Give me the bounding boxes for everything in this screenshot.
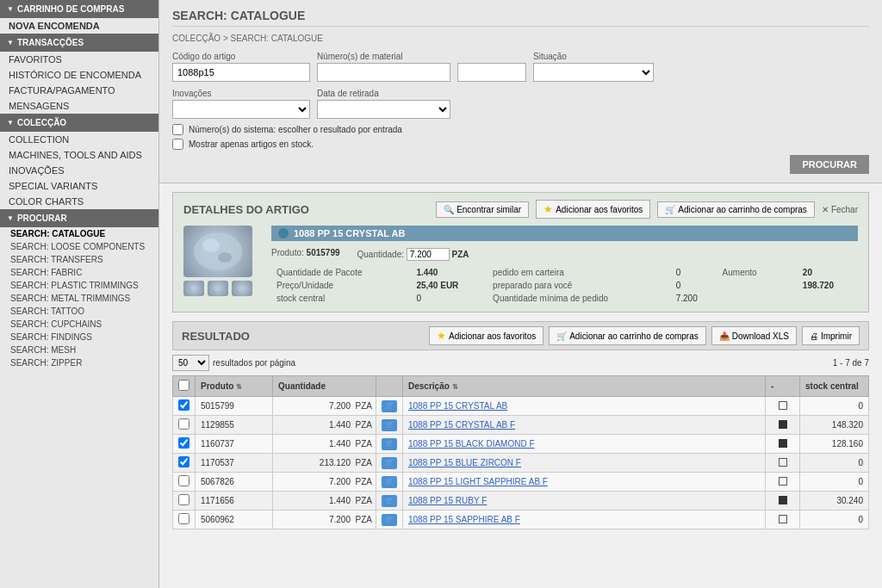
inovacoes-label: Inovações: [172, 89, 310, 98]
print-button[interactable]: 🖨 Imprimir: [802, 326, 860, 345]
row-desc: 1088 PP 15 CRYSTAL AB: [403, 397, 766, 416]
checkbox2-label: Mostrar apenas artigos en stock.: [189, 139, 314, 149]
row-square-cell: [766, 397, 800, 416]
sidebar-item-favoritos[interactable]: FAVORITOS: [0, 52, 158, 67]
qtd-minima-value: 7.200: [671, 292, 717, 305]
add-to-cart-icon[interactable]: 🛒: [382, 514, 397, 526]
preco-value: 25,40 EUR: [411, 279, 488, 292]
desc-link[interactable]: 1088 PP 15 CRYSTAL AB: [408, 401, 507, 411]
row-checkbox[interactable]: [178, 513, 189, 524]
numero-label: Número(s) de material: [317, 52, 450, 61]
svg-point-2: [218, 252, 232, 263]
inovacoes-select[interactable]: [172, 100, 310, 119]
sidebar-item-factura[interactable]: FACTURA/PAGAMENTO: [0, 83, 158, 98]
sidebar-item-inovacoes[interactable]: INOVAÇÕES: [0, 163, 158, 178]
row-desc: 1088 PP 15 SAPPHIRE AB F: [403, 511, 766, 529]
col-header-product[interactable]: Produto ⇅: [196, 376, 273, 397]
field3-input[interactable]: [457, 63, 526, 82]
table-row: 5067826 7.200 PZA 🛒 1088 PP 15 LIGHT SAP…: [173, 473, 869, 492]
data-select[interactable]: [317, 100, 450, 119]
sidebar-item-search-mesh[interactable]: SEARCH: MESH: [0, 344, 158, 356]
codigo-input[interactable]: [172, 63, 310, 82]
sidebar-item-search-tattoo[interactable]: SEARCH: TATTOO: [0, 305, 158, 318]
add-to-cart-icon[interactable]: 🛒: [382, 419, 397, 431]
row-stock: 0: [800, 397, 869, 416]
per-page-select[interactable]: 50 25 100: [172, 355, 209, 371]
desc-link[interactable]: 1088 PP 15 BLUE ZIRCON F: [408, 458, 521, 467]
find-similar-button[interactable]: 🔍 Encontrar similar: [436, 201, 529, 218]
checkbox1-label: Número(s) do sistema: escolher o resulta…: [189, 125, 402, 134]
row-checkbox[interactable]: [178, 456, 189, 467]
quantity-input[interactable]: [407, 248, 450, 261]
sidebar-item-search-catalogue[interactable]: SEARCH: CATALOGUE: [0, 227, 158, 240]
col-header-desc[interactable]: Descrição ⇅: [403, 376, 766, 397]
situacao-select[interactable]: [533, 63, 654, 82]
row-square-cell: [766, 511, 800, 529]
article-image: [183, 226, 261, 305]
close-detail-button[interactable]: ✕ Fechar: [822, 205, 858, 214]
add-cart-button[interactable]: 🛒 Adicionar ao carrinho de compras: [657, 201, 815, 218]
add-to-cart-icon[interactable]: 🛒: [382, 438, 397, 450]
add-to-cart-icon[interactable]: 🛒: [382, 457, 397, 469]
sort-icon-desc: ⇅: [452, 383, 458, 391]
sidebar-item-special[interactable]: SPECIAL VARIANTS: [0, 178, 158, 194]
sidebar-item-nova-encomenda[interactable]: NOVA ENCOMENDA: [0, 18, 158, 34]
row-cart-cell: 🛒: [376, 511, 403, 529]
sidebar-item-color-charts[interactable]: COLOR CHARTS: [0, 194, 158, 209]
row-cart-cell: 🛒: [376, 435, 403, 454]
add-favorites-button[interactable]: ★ Adicionar aos favoritos: [536, 200, 650, 219]
row-checkbox[interactable]: [178, 494, 189, 505]
row-qty: 7.200 PZA: [273, 473, 376, 492]
sidebar-section-cart[interactable]: CARRINHO DE COMPRAS: [0, 0, 158, 18]
desc-link[interactable]: 1088 PP 15 CRYSTAL AB F: [408, 420, 515, 430]
sidebar-item-search-cupchains[interactable]: SEARCH: CUPCHAINS: [0, 318, 158, 331]
table-row: 5015799 7.200 PZA 🛒 1088 PP 15 CRYSTAL A…: [173, 397, 869, 416]
row-checkbox[interactable]: [178, 475, 189, 486]
row-checkbox[interactable]: [178, 437, 189, 449]
checkbox1[interactable]: [172, 124, 183, 135]
col-header-check: [173, 376, 196, 397]
col-header-qty[interactable]: Quantidade: [273, 376, 376, 397]
sidebar-item-search-plastic[interactable]: SEARCH: PLASTIC TRIMMINGS: [0, 279, 158, 292]
row-square-cell: [766, 473, 800, 492]
per-page-label: resultados por página: [213, 358, 295, 368]
download-xls-button[interactable]: 📥 Download XLS: [711, 326, 797, 345]
row-checkbox[interactable]: [178, 418, 189, 430]
search-button[interactable]: PROCURAR: [790, 155, 869, 174]
add-to-cart-icon[interactable]: 🛒: [382, 400, 397, 412]
sidebar-item-search-metal[interactable]: SEARCH: METAL TRIMMINGS: [0, 292, 158, 305]
numero-input[interactable]: [317, 63, 450, 82]
filled-square-icon: [779, 439, 787, 448]
sidebar-section-coleccao[interactable]: COLECÇÃO: [0, 114, 158, 132]
row-cart-cell: 🛒: [376, 397, 403, 416]
pedido-value: 0: [671, 266, 717, 279]
sidebar-item-collection[interactable]: COLLECTION: [0, 132, 158, 147]
desc-link[interactable]: 1088 PP 15 SAPPHIRE AB F: [408, 515, 520, 524]
search-form-section: SEARCH: CATALOGUE COLECÇÃO > SEARCH: CAT…: [159, 0, 882, 183]
sidebar-item-search-findings[interactable]: SEARCH: FINDINGS: [0, 331, 158, 344]
select-all-checkbox[interactable]: [178, 380, 189, 391]
results-star-icon: ★: [437, 330, 446, 342]
sidebar-section-procurar[interactable]: PROCURAR: [0, 209, 158, 227]
desc-link[interactable]: 1088 PP 15 LIGHT SAPPHIRE AB F: [408, 477, 548, 486]
stock-value: 0: [411, 292, 488, 305]
results-cart-button[interactable]: 🛒 Adicionar ao carrinho de compras: [549, 326, 706, 345]
sidebar-item-mensagens[interactable]: MENSAGENS: [0, 98, 158, 114]
sidebar-section-transaccoes[interactable]: TRANSACÇÕES: [0, 34, 158, 52]
checkbox2[interactable]: [172, 139, 183, 150]
desc-link[interactable]: 1088 PP 15 RUBY F: [408, 496, 487, 505]
sort-icon-product: ⇅: [236, 383, 242, 391]
sidebar-item-historico[interactable]: HISTÓRICO DE ENCOMENDA: [0, 67, 158, 83]
sidebar-item-search-zipper[interactable]: SEARCH: ZIPPER: [0, 356, 158, 369]
desc-link[interactable]: 1088 PP 15 BLACK DIAMOND F: [408, 439, 535, 449]
sidebar-item-machines[interactable]: MACHINES, TOOLS AND AIDS: [0, 147, 158, 163]
add-to-cart-icon[interactable]: 🛒: [382, 476, 397, 488]
sidebar-item-search-loose[interactable]: SEARCH: LOOSE COMPONENTS: [0, 240, 158, 253]
col-header-dash: -: [766, 376, 800, 397]
sidebar-item-search-transfers[interactable]: SEARCH: TRANSFERS: [0, 253, 158, 266]
add-to-cart-icon[interactable]: 🛒: [382, 495, 397, 507]
sidebar-item-search-fabric[interactable]: SEARCH: FABRIC: [0, 266, 158, 279]
row-checkbox[interactable]: [178, 399, 189, 411]
results-favorites-button[interactable]: ★ Adicionar aos favoritos: [429, 326, 543, 345]
row-square-cell: [766, 492, 800, 511]
